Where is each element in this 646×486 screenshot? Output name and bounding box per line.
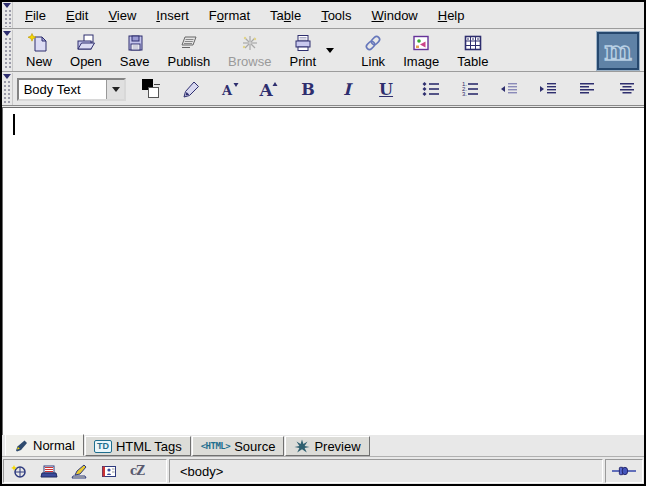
combo-dropdown-button[interactable] — [106, 80, 124, 99]
status-bar: cZ <body> — [2, 458, 644, 484]
tab-normal[interactable]: Normal — [5, 434, 84, 456]
svg-text:3.: 3. — [462, 91, 467, 97]
edit-canvas[interactable] — [2, 107, 644, 435]
highlight-pen-icon — [180, 79, 202, 99]
indent-button[interactable] — [535, 76, 562, 102]
grippy-collapse-arrow — [3, 3, 11, 8]
align-left-button[interactable] — [574, 76, 601, 102]
online-status[interactable] — [605, 459, 643, 483]
tab-source[interactable]: <HTML> Source — [192, 436, 285, 456]
print-icon — [291, 33, 315, 53]
underline-icon: U — [379, 80, 393, 99]
mozilla-throbber-icon[interactable]: m — [597, 32, 639, 70]
menu-insert[interactable]: Insert — [148, 4, 197, 27]
structure-toolbar: <body> — [169, 459, 603, 483]
tab-html-tags[interactable]: TD HTML Tags — [85, 436, 191, 456]
preview-star-icon — [294, 439, 310, 453]
bullet-list-icon — [420, 80, 442, 98]
html-source-icon: <HTML> — [201, 441, 231, 451]
text-color-button[interactable] — [138, 76, 165, 102]
table-button[interactable]: Table — [450, 32, 495, 70]
link-button[interactable]: Link — [354, 32, 392, 70]
menu-table[interactable]: Table — [262, 4, 309, 27]
chatzilla-icon: cZ — [130, 464, 144, 478]
align-center-icon — [617, 80, 637, 98]
grippy-texture — [4, 9, 11, 27]
publish-button[interactable]: Publish — [160, 32, 217, 70]
address-book-button[interactable] — [100, 464, 118, 479]
browse-icon — [238, 33, 262, 53]
menu-tools[interactable]: Tools — [313, 4, 359, 27]
publish-icon — [177, 33, 201, 53]
menu-window[interactable]: Window — [364, 4, 426, 27]
bold-button[interactable]: B — [294, 76, 321, 102]
print-button[interactable]: Print — [282, 32, 323, 70]
menu-view[interactable]: View — [100, 4, 144, 27]
svg-text:A: A — [221, 83, 233, 98]
mozilla-m-logo: m — [600, 35, 636, 67]
toolbar-grippy[interactable] — [2, 30, 13, 71]
menu-edit[interactable]: Edit — [58, 4, 96, 27]
menubar-grippy[interactable] — [2, 2, 13, 28]
italic-button[interactable]: I — [333, 76, 360, 102]
online-plug-icon — [612, 464, 636, 478]
align-center-button[interactable] — [613, 76, 640, 102]
new-button[interactable]: New — [19, 32, 59, 70]
html-tags-td-icon: TD — [94, 440, 112, 453]
outdent-button[interactable] — [496, 76, 523, 102]
browse-button[interactable]: Browse — [221, 32, 278, 70]
svg-text:A: A — [258, 80, 273, 99]
underline-button[interactable]: U — [373, 76, 400, 102]
grippy-texture — [4, 37, 11, 70]
mail-icon — [40, 464, 58, 479]
decrease-font-icon: A — [218, 79, 242, 99]
open-folder-icon — [74, 33, 98, 53]
decrease-font-button[interactable]: A — [216, 76, 243, 102]
numbered-list-icon: 1.2.3. — [459, 80, 481, 98]
navigator-button[interactable] — [10, 464, 28, 479]
edit-mode-tabstrip: Normal TD HTML Tags <HTML> Source Previe… — [2, 435, 644, 457]
menu-help[interactable]: Help — [430, 4, 473, 27]
chatzilla-button[interactable]: cZ — [130, 464, 144, 478]
menu-file[interactable]: File — [17, 4, 54, 27]
paragraph-format-select[interactable]: Body Text — [17, 78, 126, 101]
main-toolbar: New Open Save — [2, 30, 644, 72]
save-floppy-icon — [123, 33, 147, 53]
numbered-list-button[interactable]: 1.2.3. — [457, 76, 484, 102]
menu-bar: File Edit View Insert Format Table Tools… — [2, 2, 644, 29]
print-menu-arrow[interactable] — [326, 48, 334, 53]
address-book-icon — [100, 464, 118, 479]
component-bar: cZ — [3, 459, 167, 483]
indent-icon — [537, 80, 559, 98]
composer-window: File Edit View Insert Format Table Tools… — [0, 0, 646, 486]
bullet-list-button[interactable] — [418, 76, 445, 102]
text-caret — [13, 114, 15, 135]
formatbar-grippy[interactable] — [2, 73, 13, 105]
grippy-texture — [3, 80, 10, 104]
color-picker-dash — [154, 84, 160, 85]
outdent-icon — [498, 80, 520, 98]
open-button[interactable]: Open — [63, 32, 109, 70]
menu-format[interactable]: Format — [201, 4, 258, 27]
chevron-down-icon — [112, 87, 120, 92]
tab-preview[interactable]: Preview — [285, 436, 369, 456]
bold-icon: B — [301, 80, 315, 99]
new-page-icon — [27, 33, 51, 53]
grippy-collapse-arrow — [3, 31, 11, 36]
table-icon — [461, 33, 485, 53]
increase-font-icon: A — [257, 79, 281, 99]
svg-text:m: m — [604, 36, 632, 66]
format-toolbar: Body Text A A — [2, 73, 644, 106]
align-left-icon — [577, 80, 597, 98]
navigator-icon — [10, 464, 28, 479]
body-tag-button[interactable]: <body> — [176, 463, 227, 480]
text-color-picker — [141, 78, 163, 100]
composer-pen-icon — [70, 464, 88, 479]
composer-button[interactable] — [70, 464, 88, 479]
increase-font-button[interactable]: A — [255, 76, 282, 102]
mail-button[interactable] — [40, 464, 58, 479]
background-color-swatch — [148, 87, 159, 98]
save-button[interactable]: Save — [113, 32, 157, 70]
image-button[interactable]: Image — [396, 32, 446, 70]
highlight-color-button[interactable] — [177, 76, 204, 102]
